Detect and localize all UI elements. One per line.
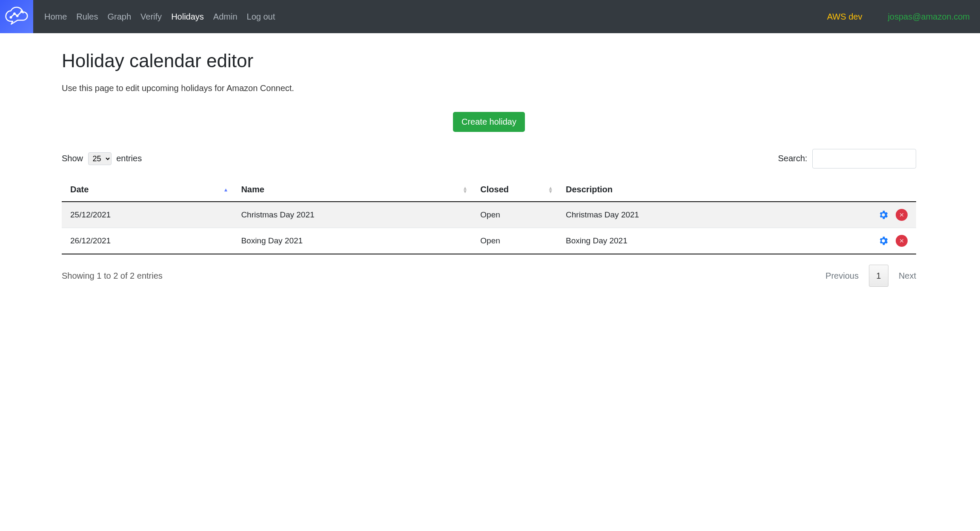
create-holiday-button[interactable]: Create holiday bbox=[453, 112, 525, 132]
cell-actions bbox=[848, 228, 916, 254]
svg-point-1 bbox=[13, 12, 16, 15]
col-name-label: Name bbox=[241, 185, 264, 194]
pagination-next[interactable]: Next bbox=[899, 271, 916, 281]
col-actions bbox=[848, 178, 916, 202]
table-footer: Showing 1 to 2 of 2 entries Previous 1 N… bbox=[62, 265, 916, 287]
search-control: Search: bbox=[778, 149, 917, 168]
col-description-label: Description bbox=[566, 185, 613, 194]
col-date[interactable]: Date ▲ bbox=[62, 178, 232, 202]
length-select[interactable]: 25 bbox=[88, 152, 112, 165]
cell-actions bbox=[848, 202, 916, 228]
page-subtitle: Use this page to edit upcoming holidays … bbox=[62, 83, 916, 93]
nav-rules[interactable]: Rules bbox=[76, 12, 98, 22]
nav-holidays[interactable]: Holidays bbox=[171, 12, 204, 22]
cell-date: 25/12/2021 bbox=[62, 202, 232, 228]
col-date-label: Date bbox=[70, 185, 89, 194]
brand-logo[interactable] bbox=[0, 0, 33, 33]
sort-icon: ▲▼ bbox=[548, 186, 553, 193]
page-container: Holiday calendar editor Use this page to… bbox=[0, 33, 980, 304]
gear-icon bbox=[878, 209, 889, 220]
svg-point-2 bbox=[16, 14, 19, 17]
cell-description: Christmas Day 2021 bbox=[557, 202, 848, 228]
nav-admin[interactable]: Admin bbox=[213, 12, 238, 22]
nav-home[interactable]: Home bbox=[44, 12, 67, 22]
length-control: Show 25 entries bbox=[62, 152, 142, 165]
nav-logout[interactable]: Log out bbox=[247, 12, 275, 22]
cloud-graph-icon bbox=[5, 6, 28, 27]
pagination: Previous 1 Next bbox=[825, 265, 916, 287]
cell-closed: Open bbox=[472, 228, 557, 254]
table-controls: Show 25 entries Search: bbox=[62, 149, 916, 168]
col-name[interactable]: Name ▲▼ bbox=[232, 178, 472, 202]
sort-asc-icon: ▲ bbox=[224, 188, 229, 191]
search-label: Search: bbox=[778, 154, 808, 163]
edit-button[interactable] bbox=[877, 209, 889, 221]
table-row: 26/12/2021 Boxing Day 2021 Open Boxing D… bbox=[62, 228, 916, 254]
navbar: Home Rules Graph Verify Holidays Admin L… bbox=[0, 0, 980, 33]
cell-description: Boxing Day 2021 bbox=[557, 228, 848, 254]
col-closed-label: Closed bbox=[480, 185, 509, 194]
edit-button[interactable] bbox=[877, 235, 889, 247]
search-input[interactable] bbox=[812, 149, 916, 168]
page-title: Holiday calendar editor bbox=[62, 50, 916, 71]
env-label: AWS dev bbox=[827, 12, 863, 22]
holidays-table: Date ▲ Name ▲▼ Closed ▲▼ Description bbox=[62, 178, 916, 254]
sort-icon: ▲▼ bbox=[462, 186, 467, 193]
nav-right: AWS dev jospas@amazon.com bbox=[827, 12, 970, 22]
cell-name: Boxing Day 2021 bbox=[232, 228, 472, 254]
length-prefix: Show bbox=[62, 154, 83, 163]
nav-links: Home Rules Graph Verify Holidays Admin L… bbox=[44, 12, 275, 22]
col-description[interactable]: Description bbox=[557, 178, 848, 202]
svg-point-3 bbox=[20, 10, 23, 13]
svg-point-0 bbox=[10, 16, 12, 19]
cell-name: Christmas Day 2021 bbox=[232, 202, 472, 228]
table-info: Showing 1 to 2 of 2 entries bbox=[62, 271, 163, 281]
pagination-page-1[interactable]: 1 bbox=[869, 265, 888, 287]
delete-button[interactable] bbox=[896, 235, 908, 247]
pagination-prev[interactable]: Previous bbox=[825, 271, 859, 281]
nav-graph[interactable]: Graph bbox=[108, 12, 132, 22]
cell-closed: Open bbox=[472, 202, 557, 228]
length-suffix: entries bbox=[116, 154, 142, 163]
gear-icon bbox=[878, 235, 889, 246]
nav-verify[interactable]: Verify bbox=[140, 12, 162, 22]
table-row: 25/12/2021 Christmas Day 2021 Open Chris… bbox=[62, 202, 916, 228]
close-icon bbox=[899, 212, 905, 218]
col-closed[interactable]: Closed ▲▼ bbox=[472, 178, 557, 202]
user-label: jospas@amazon.com bbox=[888, 12, 970, 22]
cell-date: 26/12/2021 bbox=[62, 228, 232, 254]
delete-button[interactable] bbox=[896, 209, 908, 221]
close-icon bbox=[899, 238, 905, 244]
